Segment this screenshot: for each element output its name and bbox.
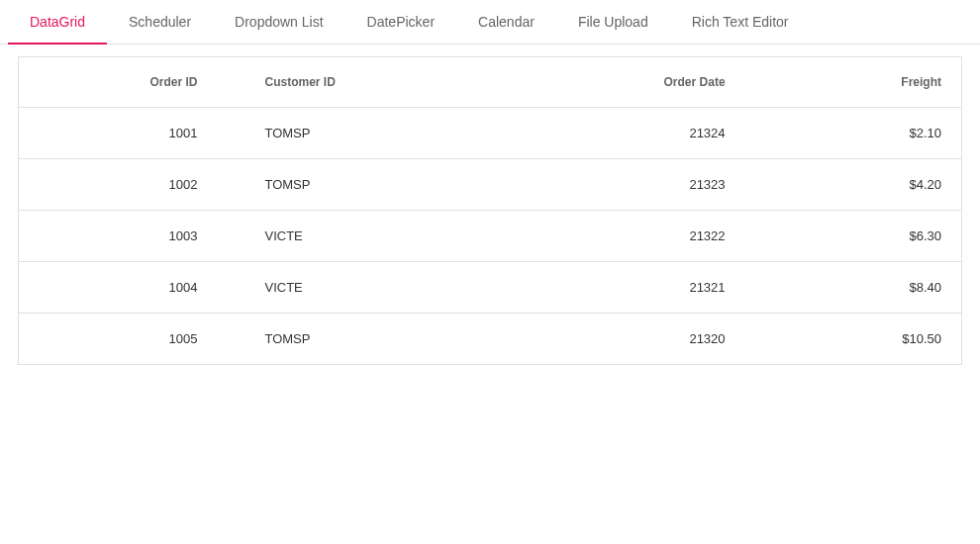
column-header-freight[interactable]: Freight [773,57,961,108]
cell-freight: $10.50 [773,314,961,365]
column-header-order-date[interactable]: Order Date [509,57,773,108]
table-row[interactable]: 1002 TOMSP 21323 $4.20 [19,159,961,211]
cell-customer-id: VICTE [245,262,509,314]
cell-order-date: 21322 [509,211,773,262]
cell-order-date: 21323 [509,159,773,211]
cell-freight: $8.40 [773,262,961,314]
cell-freight: $2.10 [773,108,961,159]
cell-order-date: 21320 [509,314,773,365]
tab-bar: DataGrid Scheduler Dropdown List DatePic… [0,0,980,45]
column-header-order-id[interactable]: Order ID [19,57,245,108]
table-row[interactable]: 1004 VICTE 21321 $8.40 [19,262,961,314]
cell-customer-id: TOMSP [245,108,509,159]
tab-calendar[interactable]: Calendar [456,0,556,45]
cell-order-date: 21324 [509,108,773,159]
tab-content: Order ID Customer ID Order Date Freight … [0,45,980,377]
tab-datepicker[interactable]: DatePicker [345,0,456,45]
cell-order-id: 1004 [19,262,245,314]
tab-datagrid[interactable]: DataGrid [8,0,107,45]
tab-rich-text-editor[interactable]: Rich Text Editor [670,0,811,45]
cell-order-date: 21321 [509,262,773,314]
cell-freight: $4.20 [773,159,961,211]
cell-order-id: 1005 [19,314,245,365]
cell-order-id: 1002 [19,159,245,211]
cell-customer-id: TOMSP [245,159,509,211]
table-row[interactable]: 1005 TOMSP 21320 $10.50 [19,314,961,365]
cell-freight: $6.30 [773,211,961,262]
table-row[interactable]: 1003 VICTE 21322 $6.30 [19,211,961,262]
cell-customer-id: VICTE [245,211,509,262]
header-row: Order ID Customer ID Order Date Freight [19,57,961,108]
cell-order-id: 1003 [19,211,245,262]
tab-file-upload[interactable]: File Upload [556,0,670,45]
cell-customer-id: TOMSP [245,314,509,365]
column-header-customer-id[interactable]: Customer ID [245,57,509,108]
cell-order-id: 1001 [19,108,245,159]
table-row[interactable]: 1001 TOMSP 21324 $2.10 [19,108,961,159]
tab-dropdown-list[interactable]: Dropdown List [213,0,345,45]
data-grid: Order ID Customer ID Order Date Freight … [18,56,962,365]
tab-scheduler[interactable]: Scheduler [107,0,213,45]
